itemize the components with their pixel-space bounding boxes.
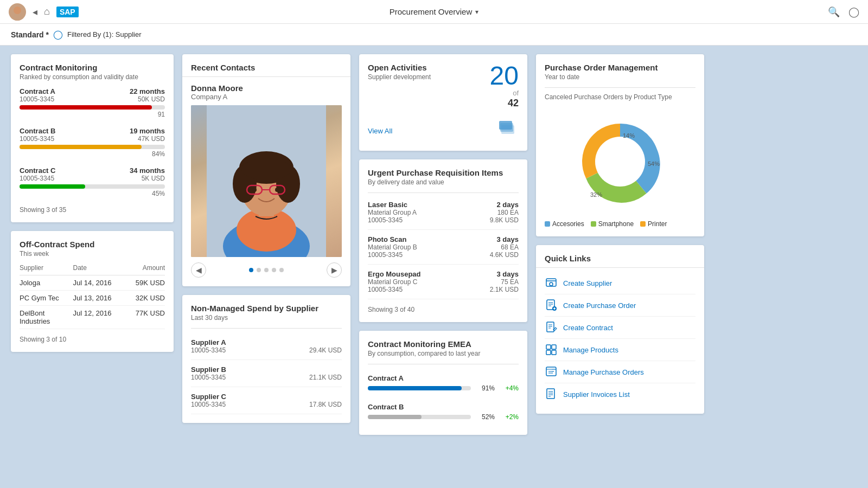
- contact-photo-image: [191, 105, 342, 257]
- svg-rect-34: [547, 322, 554, 332]
- contract-a-pct: 91: [20, 111, 165, 118]
- nms-title: Non-Managed Spend by Supplier: [191, 304, 342, 313]
- ocs-footer: Showing 3 of 10: [20, 336, 165, 343]
- svg-text:54%: 54%: [648, 160, 660, 167]
- ocs-date-3: Jul 12, 2016: [73, 306, 125, 329]
- upr-item-3-qty: 75 EA: [501, 278, 519, 286]
- quick-link-create-purchase-order-label: Create Purchase Order: [563, 301, 636, 310]
- cme-bar-fill-a: [368, 386, 462, 390]
- upr-item-3-id: 10005-3345: [368, 286, 403, 293]
- purchase-orders-icon: [545, 365, 558, 378]
- contract-b-name: Contract B: [20, 127, 55, 135]
- upr-item-3-group: Material Group C: [368, 278, 417, 286]
- upr-item-1-group: Material Group A: [368, 209, 417, 216]
- oa-view-all-link[interactable]: View All: [368, 127, 392, 135]
- carousel-dot-3[interactable]: [264, 268, 269, 272]
- oa-total: 42: [508, 98, 519, 108]
- carousel-prev-button[interactable]: ◀: [191, 262, 206, 278]
- contact-photo: [191, 105, 342, 257]
- list-item: Photo Scan 3 days Material Group B 68 EA…: [368, 230, 519, 265]
- svg-point-20: [595, 137, 645, 187]
- upr-item-3-days: 3 days: [497, 270, 519, 278]
- carousel-dot-1[interactable]: [249, 268, 253, 272]
- contract-c-name: Contract C: [20, 166, 55, 175]
- ocs-amount-2: 32K USD: [125, 291, 165, 306]
- user-avatar[interactable]: [9, 3, 26, 21]
- contract-monitoring-title: Contract Monitoring: [20, 63, 165, 72]
- pom-subtitle: Year to date: [545, 73, 695, 81]
- quick-link-create-purchase-order[interactable]: Create Purchase Order: [545, 294, 695, 317]
- contract-a-amount: 50K USD: [138, 95, 165, 103]
- quick-link-supplier-invoices[interactable]: Supplier Invoices List: [545, 383, 695, 405]
- donut-chart: 14% 54% 32%: [566, 107, 674, 216]
- svg-point-26: [550, 282, 553, 286]
- quick-links-title: Quick Links: [545, 254, 695, 263]
- top-navigation: ◂ ⌂ SAP Procurement Overview ▾ 🔍 ◯: [0, 0, 868, 24]
- svg-text:32%: 32%: [590, 191, 602, 198]
- recent-contacts-card: Recent Contacts Donna Moore Company A: [182, 54, 350, 286]
- ocs-supplier-1: Jologa: [20, 275, 73, 291]
- nav-left: ◂ ⌂ SAP: [9, 3, 79, 21]
- svg-point-14: [252, 188, 257, 192]
- carousel-dot-5[interactable]: [279, 268, 284, 272]
- svg-point-10: [241, 158, 291, 180]
- legend-item-printer: Printer: [640, 220, 667, 228]
- contract-a-id: 10005-3345: [20, 95, 54, 103]
- oa-title-block: Open Activities Supplier development: [368, 63, 431, 87]
- nms-subtitle: Last 30 days: [191, 314, 342, 322]
- upr-item-1-qty: 180 EA: [497, 209, 519, 216]
- upr-item-2-qty: 68 EA: [501, 243, 519, 251]
- quick-link-create-contract[interactable]: Create Contract: [545, 317, 695, 339]
- quick-link-create-contract-label: Create Contract: [563, 324, 613, 332]
- cme-bar-fill-b: [368, 415, 422, 419]
- back-icon[interactable]: ◂: [33, 6, 37, 18]
- quick-links-card: Quick Links Create Supplier: [536, 245, 704, 414]
- off-contract-spend-card: Off-Contract Spend This week Supplier Da…: [11, 231, 174, 352]
- quick-link-manage-purchase-orders[interactable]: Manage Purchase Orders: [545, 361, 695, 383]
- ocs-date-2: Jul 13, 2016: [73, 291, 125, 306]
- contract-b-bar-fill: [20, 145, 142, 149]
- supplier-icon: [545, 277, 558, 290]
- oa-count: 20: [490, 61, 519, 90]
- contract-monitoring-subtitle: Ranked by consumption and validity date: [20, 73, 165, 81]
- quick-link-manage-purchase-orders-label: Manage Purchase Orders: [563, 368, 644, 376]
- legend-label-smartphone: Smartphone: [598, 220, 634, 228]
- user-settings-icon[interactable]: ◯: [848, 6, 859, 18]
- carousel-navigation: ◀ ▶: [191, 262, 342, 278]
- contact-company: Company A: [191, 93, 342, 101]
- svg-rect-41: [552, 350, 556, 355]
- quick-link-create-supplier-label: Create Supplier: [563, 279, 612, 287]
- table-row: DelBontIndustries Jul 12, 2016 77K USD: [20, 306, 165, 329]
- legend-dot-printer: [640, 221, 646, 227]
- cme-contract-a-bar: 91% +4%: [368, 384, 519, 392]
- upr-item-1-name: Laser Basic: [368, 201, 407, 209]
- upr-item-1-amount: 9.8K USD: [490, 216, 519, 224]
- contract-c-bar-bg: [20, 184, 165, 189]
- carousel-dots: [249, 268, 284, 272]
- quick-link-manage-products[interactable]: Manage Products: [545, 339, 695, 361]
- contract-monitoring-card: Contract Monitoring Ranked by consumptio…: [11, 54, 174, 222]
- title-dropdown-icon[interactable]: ▾: [475, 8, 478, 16]
- svg-rect-40: [546, 350, 551, 355]
- list-item: Ergo Mousepad 3 days Material Group C 75…: [368, 265, 519, 299]
- upr-item-2-days: 3 days: [497, 235, 519, 243]
- carousel-dot-2[interactable]: [257, 268, 261, 272]
- quick-link-create-supplier[interactable]: Create Supplier: [545, 272, 695, 294]
- upr-item-2-name: Photo Scan: [368, 235, 407, 243]
- invoices-icon: [545, 388, 558, 401]
- nms-supplier-a-amount: 29.4K USD: [309, 346, 342, 354]
- upr-item-2-group: Material Group B: [368, 243, 417, 251]
- nms-supplier-b-amount: 21.1K USD: [309, 374, 342, 381]
- search-icon[interactable]: 🔍: [828, 6, 840, 18]
- upr-item-3-name: Ergo Mousepad: [368, 270, 421, 278]
- carousel-dot-4[interactable]: [272, 268, 276, 272]
- carousel-next-button[interactable]: ▶: [327, 262, 342, 278]
- filter-check-icon[interactable]: ◯: [53, 29, 63, 40]
- svg-rect-46: [547, 389, 554, 399]
- contract-b-pct: 84%: [20, 150, 165, 158]
- person-svg: [207, 105, 326, 257]
- nms-supplier-b-name: Supplier B: [191, 365, 342, 374]
- home-icon[interactable]: ⌂: [44, 6, 50, 17]
- oa-of-label: of: [513, 89, 519, 97]
- list-item: Contract A 91% +4%: [368, 369, 519, 397]
